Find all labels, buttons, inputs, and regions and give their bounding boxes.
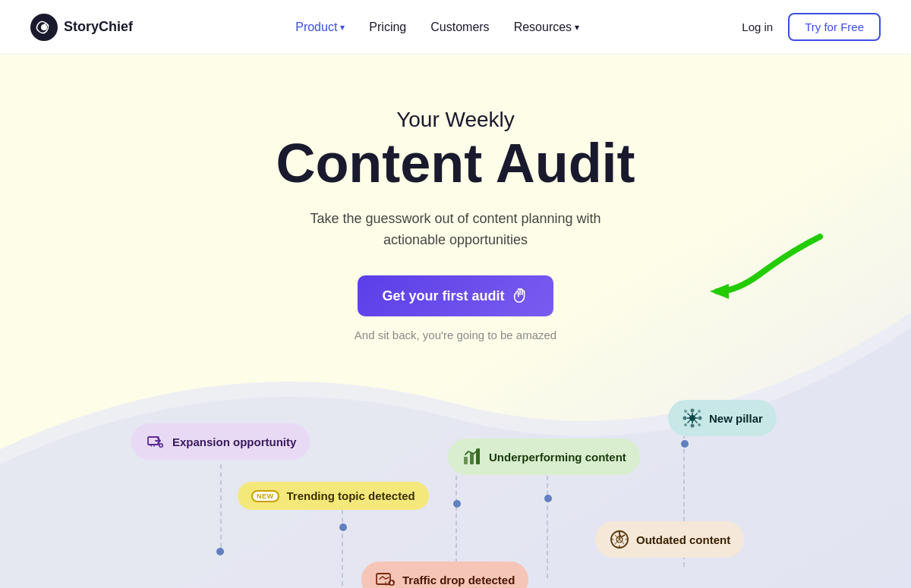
nav-product[interactable]: Product ▾ — [295, 20, 345, 34]
svg-rect-8 — [464, 457, 468, 464]
svg-point-1 — [41, 24, 47, 30]
login-button[interactable]: Log in — [742, 20, 773, 33]
hero-content: Your Weekly Content Audit Take the guess… — [0, 55, 911, 341]
traffic-icon — [375, 569, 396, 588]
product-chevron-icon: ▾ — [340, 22, 345, 33]
logo-text: StoryChief — [64, 19, 133, 35]
hero-subtitle: Your Weekly — [0, 108, 911, 132]
trending-label: Trending topic detected — [287, 489, 415, 502]
navbar: StoryChief Product ▾ Pricing Customers R… — [0, 0, 911, 55]
chip-expansion[interactable]: Expansion opportunity — [131, 423, 310, 460]
dashed-line-1 — [220, 464, 222, 555]
chip-new-pillar[interactable]: New pillar — [668, 400, 777, 436]
svg-point-16 — [691, 409, 695, 413]
svg-line-27 — [695, 413, 697, 416]
resources-chevron-icon: ▾ — [575, 22, 579, 33]
svg-line-29 — [695, 420, 697, 423]
nav-customers[interactable]: Customers — [430, 20, 489, 34]
dashed-line-4 — [547, 476, 548, 578]
nav-actions: Log in Try for Free — [742, 13, 881, 41]
svg-point-13 — [689, 415, 695, 421]
curve-dot-3 — [453, 500, 461, 508]
outdated-label: Outdated content — [636, 533, 730, 546]
nav-links: Product ▾ Pricing Customers Resources ▾ — [295, 20, 579, 34]
svg-point-23 — [698, 410, 701, 413]
try-button[interactable]: Try for Free — [788, 13, 881, 41]
svg-line-28 — [688, 420, 690, 423]
curve-dot-2 — [339, 524, 347, 531]
underperforming-label: Underperforming content — [489, 451, 626, 464]
curve-dot-5 — [681, 440, 689, 448]
expansion-icon — [145, 431, 166, 452]
nav-pricing[interactable]: Pricing — [369, 20, 406, 34]
new-pillar-icon — [682, 407, 703, 429]
svg-point-22 — [684, 410, 687, 413]
logo-icon — [30, 14, 58, 41]
svg-point-15 — [698, 417, 702, 420]
chip-traffic[interactable]: Traffic drop detected — [361, 561, 528, 588]
hero-section: Your Weekly Content Audit Take the guess… — [0, 55, 911, 588]
new-pillar-label: New pillar — [709, 412, 763, 425]
svg-rect-6 — [377, 574, 390, 584]
expansion-label: Expansion opportunity — [172, 435, 296, 448]
nav-resources[interactable]: Resources ▾ — [514, 20, 579, 34]
cta-label: Get your first audit — [382, 288, 504, 304]
hand-wave-icon — [512, 288, 529, 304]
svg-point-14 — [683, 417, 687, 420]
new-badge: NEW — [251, 490, 279, 502]
hero-tagline: And sit back, you're going to be amazed — [0, 329, 911, 341]
svg-rect-9 — [470, 453, 474, 464]
svg-line-26 — [688, 413, 690, 416]
svg-point-25 — [698, 423, 701, 426]
cta-button[interactable]: Get your first audit — [358, 275, 553, 316]
chip-trending[interactable]: NEW Trending topic detected — [238, 482, 429, 510]
outdated-icon — [609, 529, 630, 550]
chip-underperforming[interactable]: Underperforming content — [448, 439, 640, 475]
hero-title: Content Audit — [0, 135, 911, 193]
logo[interactable]: StoryChief — [30, 14, 133, 41]
underperforming-icon — [462, 446, 483, 467]
curve-dot-4 — [544, 495, 552, 502]
curve-dot-1 — [216, 548, 224, 555]
dashed-line-2 — [342, 510, 343, 586]
traffic-label: Traffic drop detected — [402, 574, 515, 586]
svg-point-24 — [684, 423, 687, 426]
chip-outdated[interactable]: Outdated content — [595, 521, 744, 558]
svg-point-17 — [691, 424, 695, 428]
hero-description: Take the guesswork out of content planni… — [0, 208, 911, 252]
